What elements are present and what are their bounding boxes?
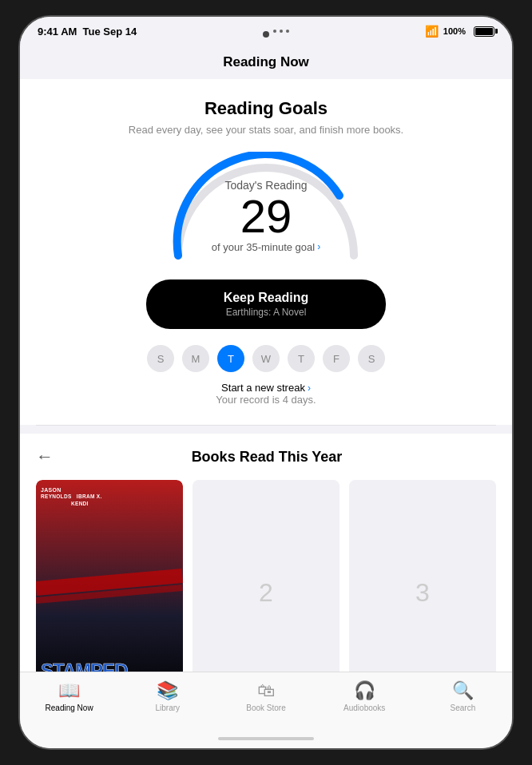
gauge-sub[interactable]: of your 35-minute goal › [212,241,320,253]
wifi-icon: 📶 [425,25,439,38]
battery-icon [474,26,494,37]
book-store-icon: 🛍 [257,680,275,701]
day-saturday: S [358,345,385,372]
main-content: Reading Goals Read every day, see your s… [20,79,512,672]
book-title: STAMPED [41,662,178,672]
tab-bar: 📖 Reading Now 📚 Library 🛍 Book Store 🎧 A… [20,672,512,729]
book-slot-3[interactable]: 3 [349,480,496,672]
audiobooks-icon: 🎧 [354,680,375,701]
reading-now-icon: 📖 [58,680,80,701]
library-icon: 📚 [157,680,178,701]
status-time: 9:41 AM Tue Sep 14 [38,26,137,38]
battery-text: 100% [443,26,466,36]
back-arrow-icon[interactable]: ← [36,446,54,467]
streak-info: Start a new streak › Your record is 4 da… [36,382,496,406]
tab-reading-now-label: Reading Now [46,704,93,712]
books-header: ← Books Read This Year [36,446,496,467]
chevron-right-icon: › [317,241,320,252]
gauge-number: 29 [212,193,320,240]
keep-reading-button[interactable]: Keep Reading Earthlings: A Novel [146,279,386,329]
days-row: S M T W T F S [36,345,496,372]
books-section-title: Books Read This Year [62,449,472,466]
book-cover-stamped: JASON REYNOLDS IBRAM X. KENDI STAMPED RA… [36,480,183,672]
streak-link[interactable]: Start a new streak › [36,382,496,394]
keep-reading-label: Keep Reading [162,291,370,305]
day-tuesday: T [217,345,244,372]
goals-title: Reading Goals [36,98,496,119]
gauge-text: Today's Reading 29 of your 35-minute goa… [212,163,320,253]
tab-audiobooks-label: Audiobooks [343,704,385,712]
goals-subtitle: Read every day, see your stats soar, and… [36,124,496,136]
book-slot-1[interactable]: JASON REYNOLDS IBRAM X. KENDI STAMPED RA… [36,480,183,672]
book-placeholder-3: 3 [415,578,430,608]
home-bar [218,737,314,740]
search-icon: 🔍 [452,680,474,701]
books-grid: JASON REYNOLDS IBRAM X. KENDI STAMPED RA… [36,480,496,672]
home-indicator [20,729,512,748]
tab-library[interactable]: 📚 Library [118,680,216,712]
book-placeholder-2: 2 [259,578,273,608]
tab-audiobooks[interactable]: 🎧 Audiobooks [316,680,414,712]
status-dots [273,30,289,33]
separator [36,425,496,426]
tab-search[interactable]: 🔍 Search [414,680,512,712]
book-slot-2[interactable]: 2 [193,480,339,672]
tab-book-store[interactable]: 🛍 Book Store [216,680,315,712]
tab-book-store-label: Book Store [246,704,285,712]
day-sunday: S [147,345,174,372]
day-thursday: T [288,345,315,372]
tab-search-label: Search [451,704,476,712]
book-authors: JASON REYNOLDS IBRAM X. KENDI [41,486,178,507]
day-monday: M [182,345,209,372]
nav-header: Reading Now [20,46,512,79]
keep-reading-book: Earthlings: A Novel [162,307,370,318]
day-friday: F [323,345,350,372]
reading-gauge: Today's Reading 29 of your 35-minute goa… [162,152,370,264]
books-section: ← Books Read This Year JASON REYNOLDS IB… [20,434,512,672]
reading-goals-card: Reading Goals Read every day, see your s… [20,79,512,425]
chevron-right-icon: › [308,382,311,394]
status-right: 📶 100% [425,25,494,38]
tab-reading-now[interactable]: 📖 Reading Now [20,680,118,712]
page-title: Reading Now [223,54,309,70]
day-wednesday: W [252,345,280,372]
tab-library-label: Library [156,704,181,712]
streak-record: Your record is 4 days. [36,394,496,406]
